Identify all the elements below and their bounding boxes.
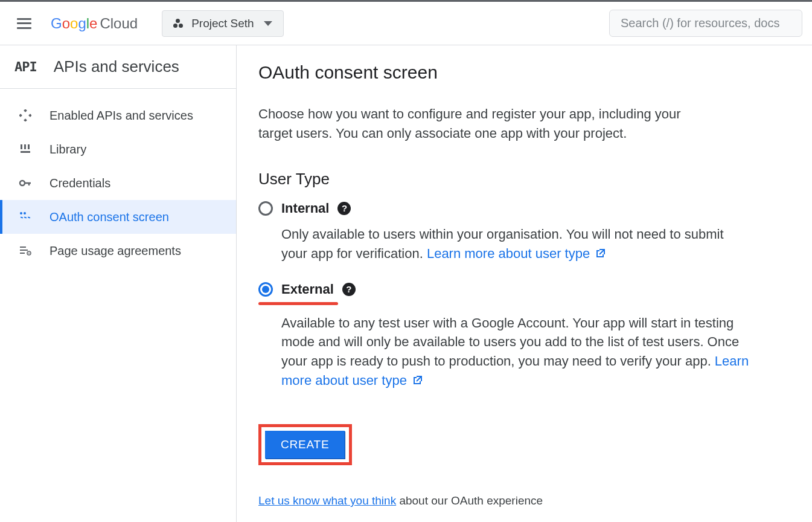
sidebar: API APIs and services Enabled APIs and s… (0, 45, 237, 522)
project-selector[interactable]: Project Seth (162, 10, 284, 37)
internal-learn-more-link[interactable]: Learn more about user type (427, 246, 606, 261)
svg-rect-13 (21, 216, 23, 218)
search-input[interactable]: Search (/) for resources, docs (609, 10, 802, 37)
header: Google Cloud Project Seth Search (/) for… (0, 2, 812, 45)
consent-icon (18, 210, 33, 224)
sidebar-item-library[interactable]: Library (0, 132, 236, 166)
project-name: Project Seth (191, 17, 254, 30)
diamond-icon (18, 108, 33, 123)
intro-text: Choose how you want to configure and reg… (258, 105, 717, 143)
sidebar-item-label: OAuth consent screen (50, 210, 169, 224)
svg-rect-2 (19, 114, 22, 117)
external-link-icon (596, 248, 606, 258)
svg-rect-0 (24, 109, 27, 112)
svg-point-11 (20, 212, 22, 214)
svg-point-8 (20, 181, 25, 185)
google-cloud-logo[interactable]: Google Cloud (51, 15, 138, 32)
project-icon (173, 18, 185, 30)
sidebar-item-label: Enabled APIs and services (50, 109, 193, 123)
sidebar-item-label: Page usage agreements (50, 244, 181, 258)
svg-rect-18 (20, 253, 25, 254)
external-description: Available to any test user with a Google… (281, 314, 752, 391)
highlight-underline (258, 302, 338, 305)
search-placeholder: Search (/) for resources, docs (621, 16, 779, 30)
usage-icon (18, 243, 33, 258)
help-icon[interactable]: ? (342, 283, 356, 296)
radio-external-row: External ? (258, 282, 356, 297)
sidebar-item-label: Credentials (50, 176, 110, 190)
radio-internal[interactable] (258, 201, 273, 216)
create-highlight-box: CREATE (258, 424, 352, 465)
create-button[interactable]: CREATE (265, 431, 345, 459)
external-desc-text: Available to any test user with a Google… (281, 315, 739, 369)
svg-rect-5 (24, 144, 26, 149)
feedback-text: Let us know what you think about our OAu… (258, 494, 790, 507)
svg-rect-6 (28, 144, 30, 149)
sidebar-header: API APIs and services (0, 45, 236, 89)
svg-rect-17 (20, 250, 28, 251)
radio-internal-row: Internal ? (258, 201, 790, 216)
svg-rect-4 (21, 144, 22, 149)
key-icon (18, 176, 33, 190)
user-type-label: User Type (258, 170, 790, 188)
svg-rect-14 (24, 216, 27, 218)
svg-rect-1 (24, 118, 27, 121)
svg-rect-7 (21, 151, 30, 153)
radio-external-label: External (281, 282, 334, 297)
chevron-down-icon (264, 21, 272, 26)
svg-rect-16 (20, 246, 26, 248)
sidebar-item-oauth-consent[interactable]: OAuth consent screen (0, 200, 236, 234)
external-link-icon (413, 375, 423, 385)
feedback-link[interactable]: Let us know what you think (258, 494, 396, 507)
radio-external[interactable] (258, 282, 273, 297)
svg-rect-3 (28, 114, 31, 117)
sidebar-item-page-usage[interactable]: Page usage agreements (0, 234, 236, 268)
feedback-suffix: about our OAuth experience (396, 494, 543, 507)
svg-rect-15 (28, 216, 30, 218)
api-badge: API (14, 59, 37, 74)
sidebar-item-enabled-apis[interactable]: Enabled APIs and services (0, 98, 236, 132)
internal-description: Only available to users within your orga… (281, 225, 752, 263)
radio-internal-label: Internal (281, 201, 329, 216)
svg-point-12 (24, 212, 26, 214)
sidebar-item-credentials[interactable]: Credentials (0, 166, 236, 200)
library-icon (18, 142, 33, 156)
menu-icon[interactable] (17, 18, 31, 29)
help-icon[interactable]: ? (337, 202, 351, 215)
sidebar-title: APIs and services (54, 57, 179, 76)
sidebar-item-label: Library (50, 143, 86, 156)
logo-cloud-text: Cloud (100, 15, 138, 32)
main-content: OAuth consent screen Choose how you want… (237, 45, 812, 522)
page-title: OAuth consent screen (258, 62, 790, 83)
svg-point-20 (28, 253, 30, 254)
